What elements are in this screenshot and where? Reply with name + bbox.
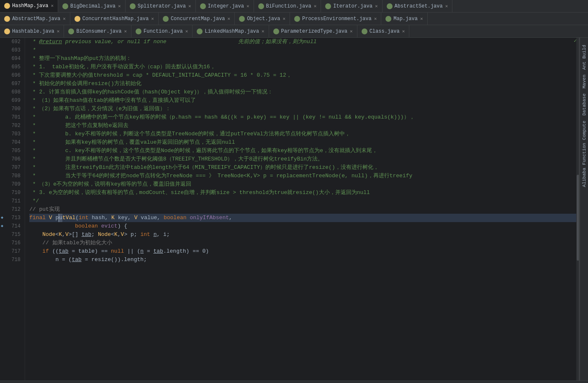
code-line-712: // put实现: [29, 205, 576, 214]
tab-icon-iterator: [325, 3, 331, 9]
tab-processenvironment[interactable]: ProcessEnvironment.java ✕: [290, 13, 381, 25]
check-indicator: ✓: [574, 38, 579, 43]
line-number-715: 715: [0, 230, 22, 239]
code-line-718: n = ( tab = resize()).length;: [29, 256, 576, 264]
tab-close-mapjava[interactable]: ✕: [420, 16, 423, 21]
tab-linkedhashmap[interactable]: LinkedHashMap.java ✕: [193, 25, 269, 38]
tab-label-objectjava: Object.java: [247, 16, 280, 22]
line-number-712: 712: [0, 205, 22, 214]
code-line-714: boolean evict ) {: [29, 222, 576, 230]
tab-close-bifunction[interactable]: ✕: [314, 3, 317, 9]
tab-close-objectjava[interactable]: ✕: [282, 16, 285, 21]
tab-bigdecimal[interactable]: BigDecimal.java ✕: [58, 0, 126, 13]
tab-close-concurrentmap[interactable]: ✕: [228, 16, 231, 21]
tab-label-spliterator: Spliterator.java: [138, 3, 186, 9]
tab-objectjava[interactable]: Object.java ✕: [235, 13, 290, 25]
tab-close-hashtable[interactable]: ✕: [57, 28, 60, 34]
database-panel[interactable]: Database: [581, 92, 588, 117]
tab-hashtable[interactable]: Hashtable.java ✕: [0, 25, 64, 38]
tab-classjava[interactable]: Class.java ✕: [357, 25, 410, 38]
tab-label-bifunction: BiFunction.java: [266, 3, 311, 9]
tab-label-iterator: Iterator.java: [333, 3, 372, 9]
line-number-692: 692: [0, 38, 22, 46]
tab-close-abstractset[interactable]: ✕: [445, 3, 448, 9]
tab-close-classjava[interactable]: ✕: [402, 28, 405, 34]
tab-hashmap[interactable]: HashMap.java ✕: [0, 0, 58, 13]
tab-icon-concurrenthashmap: [74, 16, 80, 22]
tab-close-concurrenthashmap[interactable]: ✕: [151, 16, 154, 21]
tab-label-parameterizedtype: ParameterizedType.java: [281, 28, 347, 34]
tab-close-integer[interactable]: ✕: [246, 3, 249, 9]
code-line-705: * c. key不相等的时候，这个节点类型是Node的时候，遍历将此节点的下个节…: [29, 147, 576, 155]
code-line-711: */: [29, 197, 576, 205]
line-number-699: 699: [0, 96, 22, 105]
tab-concurrenthashmap[interactable]: ConcurrentHashMap.java ✕: [70, 13, 159, 25]
tab-label-linkedhashmap: LinkedHashMap.java: [205, 28, 259, 34]
tab-close-biconsumer[interactable]: ✕: [124, 28, 127, 34]
tab-close-parameterizedtype[interactable]: ✕: [350, 28, 353, 34]
tab-spliterator[interactable]: Spliterator.java ✕: [126, 0, 196, 13]
tab-label-hashtable: Hashtable.java: [12, 28, 54, 34]
bottom-divider: [0, 380, 588, 383]
line-number-705: 705: [0, 147, 22, 155]
tab-label-concurrentmap: ConcurrentMap.java: [171, 16, 225, 22]
tab-close-iterator[interactable]: ✕: [375, 3, 378, 9]
line-number-693: 693: [0, 46, 22, 54]
code-line-700: * （2）如果有节点话，又分情况（e为旧值，返回值）：: [29, 105, 576, 113]
line-number-700: 700: [0, 105, 22, 113]
line-number-698: 698: [0, 88, 22, 96]
line-numbers: 692 693 694 695 696 697 698 699 700 701 …: [0, 38, 25, 380]
tab-label-mapjava: Map.java: [393, 16, 418, 22]
line-number-717: 717: [0, 247, 22, 256]
line-number-714: ◆ 714: [0, 222, 22, 230]
vertical-scrollbar[interactable]: [576, 38, 580, 380]
code-line-692: * @return previous value, or null if non…: [29, 38, 576, 46]
code-line-693: *: [29, 46, 576, 54]
tab-close-abstractmap[interactable]: ✕: [63, 16, 66, 21]
tab-close-linkedhashmap[interactable]: ✕: [262, 28, 264, 34]
tab-close-bigdecimal[interactable]: ✕: [118, 3, 121, 9]
tab-abstractmap[interactable]: AbstractMap.java ✕: [0, 13, 70, 25]
tab-icon-objectjava: [239, 16, 245, 22]
line-number-706: 706: [0, 155, 22, 163]
line-number-696: 696: [0, 71, 22, 80]
tab-biconsumer[interactable]: BiConsumer.java ✕: [64, 25, 131, 38]
tab-icon-processenvironment: [294, 16, 300, 22]
tab-label-processenvironment: ProcessEnvironment.java: [302, 16, 372, 22]
line-number-694: 694: [0, 54, 22, 63]
line-number-703: 703: [0, 130, 22, 138]
tab-label-integer: Integer.java: [208, 3, 244, 9]
maven-panel[interactable]: Maven: [581, 73, 588, 90]
code-line-707: * 注意treeifyBin此方法中table的length小于64（MIN_T…: [29, 163, 576, 172]
tab-bar-row2: AbstractMap.java ✕ ConcurrentHashMap.jav…: [0, 13, 588, 25]
line-number-711: 711: [0, 197, 22, 205]
tab-mapjava[interactable]: Map.java ✕: [381, 13, 427, 25]
alibaba-panel[interactable]: Alibaba Function Compute: [581, 119, 588, 189]
code-line-716: // 如果table为初始化大小: [29, 239, 576, 247]
code-line-698: * 2. 计算当前插入值得key的hashCode值（hash(Object k…: [29, 88, 576, 96]
tab-bar-row3: Hashtable.java ✕ BiConsumer.java ✕ Funct…: [0, 25, 588, 38]
tab-bifunction[interactable]: BiFunction.java ✕: [254, 0, 321, 13]
code-line-709: * （3）e不为空的时候，说明有key相等的节点，覆盖旧值并返回: [29, 180, 576, 189]
tab-close-spliterator[interactable]: ✕: [188, 3, 191, 9]
tab-integer[interactable]: Integer.java ✕: [196, 0, 254, 13]
code-line-713: final V p u tVal ( int hash, K key, V va…: [29, 214, 576, 222]
tab-close-processenvironment[interactable]: ✕: [374, 16, 377, 21]
tab-close-hashmap[interactable]: ✕: [51, 3, 54, 8]
tab-icon-functionjava: [136, 28, 141, 34]
tab-abstractset[interactable]: AbstractSet.java ✕: [383, 0, 453, 13]
tab-close-functionjava[interactable]: ✕: [185, 28, 188, 34]
line-number-710: 710: [0, 189, 22, 197]
line-number-695: 695: [0, 63, 22, 71]
tab-icon-parameterizedtype: [273, 28, 279, 34]
tab-concurrentmap[interactable]: ConcurrentMap.java ✕: [159, 13, 235, 25]
code-line-717: if (( tab = table) == null || ( n = tab …: [29, 247, 576, 256]
ant-build-panel[interactable]: Ant Build: [581, 43, 588, 71]
tab-icon-abstractset: [387, 3, 393, 9]
tab-parameterizedtype[interactable]: ParameterizedType.java ✕: [269, 25, 357, 38]
code-line-702: * 把这个节点复制给e返回去: [29, 122, 576, 130]
line-number-707: 707: [0, 163, 22, 172]
tab-iterator[interactable]: Iterator.java ✕: [321, 0, 382, 13]
tab-functionjava[interactable]: Function.java ✕: [131, 25, 193, 38]
code-line-704: * 如果有key相等的树节点，覆盖value并返回旧的树节点，无返回null: [29, 138, 576, 147]
